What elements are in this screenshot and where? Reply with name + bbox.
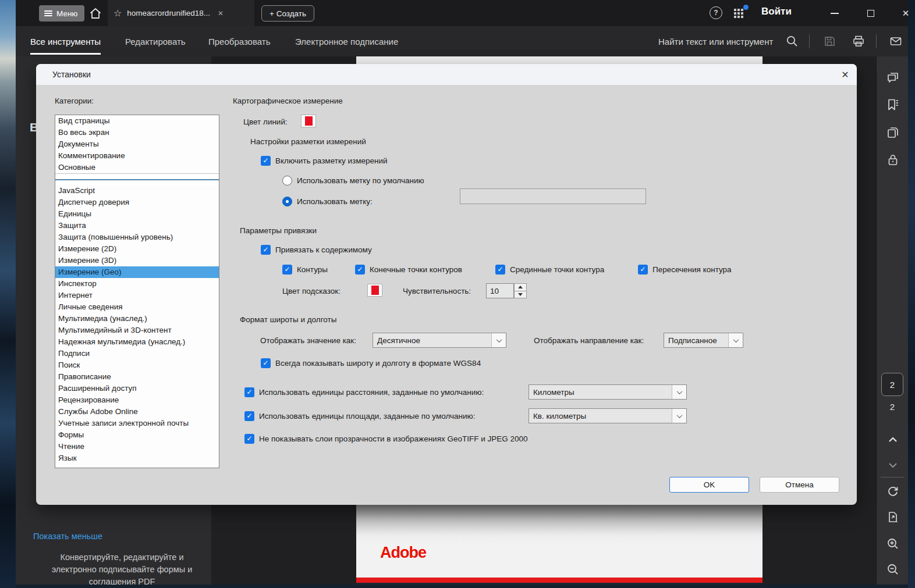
minimize-button[interactable] xyxy=(825,7,845,20)
category-item[interactable]: Чтение xyxy=(55,441,219,452)
category-item[interactable]: Расширенный доступ xyxy=(55,383,219,394)
email-icon[interactable] xyxy=(889,34,903,48)
search-tool-label[interactable]: Найти текст или инструмент xyxy=(658,26,773,56)
category-item[interactable]: Комментирование xyxy=(55,150,219,162)
category-item[interactable]: Язык xyxy=(55,452,219,464)
current-page-input[interactable]: 2 xyxy=(881,373,903,396)
label-input[interactable] xyxy=(460,188,646,204)
rotate-icon[interactable] xyxy=(886,484,900,498)
category-item[interactable]: Мультимедиа (унаслед.) xyxy=(55,313,219,325)
dialog-close-button[interactable]: ✕ xyxy=(838,68,852,81)
wgs84-label[interactable]: Всегда показывать широту и долготу в фор… xyxy=(275,358,481,368)
zoom-out-icon[interactable] xyxy=(886,562,900,576)
snap-option-label-2[interactable]: Конечные точки контуров xyxy=(370,265,462,275)
home-button[interactable] xyxy=(88,6,102,20)
area-units-checkbox[interactable] xyxy=(244,411,254,421)
category-item[interactable]: Инспектор xyxy=(55,278,219,290)
enable-markup-label[interactable]: Включить разметку измерений xyxy=(275,156,388,166)
category-item[interactable]: JavaScript xyxy=(55,185,219,197)
area-units-select[interactable]: Кв. километры xyxy=(529,408,687,423)
snap-option-label-1[interactable]: Контуры xyxy=(297,265,328,275)
snap-option-label-3[interactable]: Срединные точки контура xyxy=(510,265,604,275)
transparency-label[interactable]: Не показывать слои прозрачности в изобра… xyxy=(259,434,528,444)
chevron-down-icon[interactable] xyxy=(886,458,900,472)
enable-markup-checkbox[interactable] xyxy=(261,156,271,166)
distance-units-label[interactable]: Использовать единицы расстояния, заданны… xyxy=(259,387,484,397)
category-item[interactable]: Измерение (3D) xyxy=(55,255,219,266)
toolbar-tab-3[interactable]: Преобразовать xyxy=(208,26,270,56)
stepper-down-button[interactable] xyxy=(514,291,527,299)
category-item[interactable]: Документы xyxy=(55,138,219,150)
category-item[interactable]: Надежная мультимедиа (унаслед.) xyxy=(55,336,219,348)
category-item[interactable]: Единицы xyxy=(55,208,219,220)
distance-units-select[interactable]: Километры xyxy=(529,384,687,400)
category-item[interactable]: Во весь экран xyxy=(55,127,219,138)
use-default-label-radio[interactable] xyxy=(282,176,292,186)
star-icon[interactable]: ☆ xyxy=(114,8,122,19)
use-label-radio[interactable] xyxy=(282,197,292,206)
tab-close-icon[interactable]: ✕ xyxy=(218,9,224,17)
category-item[interactable]: Учетные записи электронной почты xyxy=(55,418,219,429)
category-item[interactable]: Интернет xyxy=(55,290,219,301)
hint-color-swatch[interactable] xyxy=(367,284,382,297)
bookmarks-icon[interactable] xyxy=(886,98,900,112)
stepper-up-button[interactable] xyxy=(514,283,527,291)
sensitivity-input[interactable] xyxy=(486,283,514,298)
comments-icon[interactable] xyxy=(886,70,900,84)
apps-grid-button[interactable] xyxy=(734,7,747,20)
lock-icon[interactable] xyxy=(886,153,900,167)
category-item[interactable]: Формы xyxy=(55,429,219,441)
fit-page-icon[interactable] xyxy=(886,510,900,524)
ok-button[interactable]: OK xyxy=(669,477,749,493)
snap-option-label-4[interactable]: Пересечения контура xyxy=(652,265,732,275)
wgs84-checkbox[interactable] xyxy=(261,358,271,368)
menu-button[interactable]: Меню xyxy=(39,5,84,22)
snap-option-checkbox-4[interactable] xyxy=(638,265,648,275)
category-item[interactable]: Измерение (2D) xyxy=(55,243,219,255)
snap-to-content-checkbox[interactable] xyxy=(261,245,271,255)
category-item[interactable]: Службы Adobe Online xyxy=(55,406,219,418)
cancel-button[interactable]: Отмена xyxy=(760,477,839,493)
toolbar-tab-4[interactable]: Электронное подписание xyxy=(295,26,398,56)
document-tab[interactable]: ☆ homeacrordrunified18... ✕ xyxy=(108,0,254,26)
snap-option-checkbox-3[interactable] xyxy=(495,265,505,275)
sensitivity-stepper[interactable] xyxy=(514,283,527,298)
categories-listbox[interactable]: Вид страницыВо весь экранДокументыКоммен… xyxy=(55,115,219,468)
show-less-link[interactable]: Показать меньше xyxy=(33,532,102,541)
print-icon[interactable] xyxy=(852,34,866,48)
category-item[interactable]: Диспетчер доверия xyxy=(55,197,219,208)
category-item[interactable]: Поиск xyxy=(55,359,219,371)
line-color-swatch[interactable] xyxy=(301,115,316,127)
category-item[interactable]: Измерение (Geo) xyxy=(55,266,219,278)
pages-icon[interactable] xyxy=(886,126,900,140)
snap-option-checkbox-2[interactable] xyxy=(355,265,365,275)
transparency-checkbox[interactable] xyxy=(244,434,254,444)
sign-in-button[interactable]: Войти xyxy=(761,6,792,17)
value-as-select[interactable]: Десятичное xyxy=(373,333,506,348)
category-item[interactable]: Вид страницы xyxy=(55,115,219,127)
help-button[interactable]: ? xyxy=(710,6,722,19)
category-item[interactable]: Защита (повышенный уровень) xyxy=(55,231,219,243)
zoom-in-icon[interactable] xyxy=(886,537,900,551)
create-button[interactable]: + Создать xyxy=(261,5,314,22)
toolbar-tab-2[interactable]: Редактировать xyxy=(125,26,186,56)
distance-units-checkbox[interactable] xyxy=(244,387,254,397)
category-item[interactable]: Подписи xyxy=(55,348,219,359)
category-item[interactable]: Мультимедийный и 3D-контент xyxy=(55,325,219,336)
snap-to-content-label[interactable]: Привязать к содержимому xyxy=(275,245,372,255)
chevron-up-icon[interactable] xyxy=(886,433,900,447)
direction-as-select[interactable]: Подписанное xyxy=(664,333,743,348)
maximize-button[interactable] xyxy=(861,7,881,20)
window-close-button[interactable]: ✕ xyxy=(896,7,915,20)
category-item[interactable]: Правописание xyxy=(55,371,219,383)
category-item[interactable]: Основные xyxy=(55,162,219,173)
toolbar-tab-1[interactable]: Все инструменты xyxy=(30,26,101,56)
use-label-text[interactable]: Использовать метку: xyxy=(297,197,373,206)
search-icon[interactable] xyxy=(785,34,799,48)
use-default-label-text[interactable]: Использовать метку по умолчанию xyxy=(297,176,424,186)
category-item[interactable]: Защита xyxy=(55,220,219,231)
area-units-label[interactable]: Использовать единицы площади, заданные п… xyxy=(259,411,475,421)
snap-option-checkbox-1[interactable] xyxy=(282,265,292,275)
category-item[interactable]: Личные сведения xyxy=(55,301,219,313)
category-item[interactable]: Рецензирование xyxy=(55,394,219,406)
